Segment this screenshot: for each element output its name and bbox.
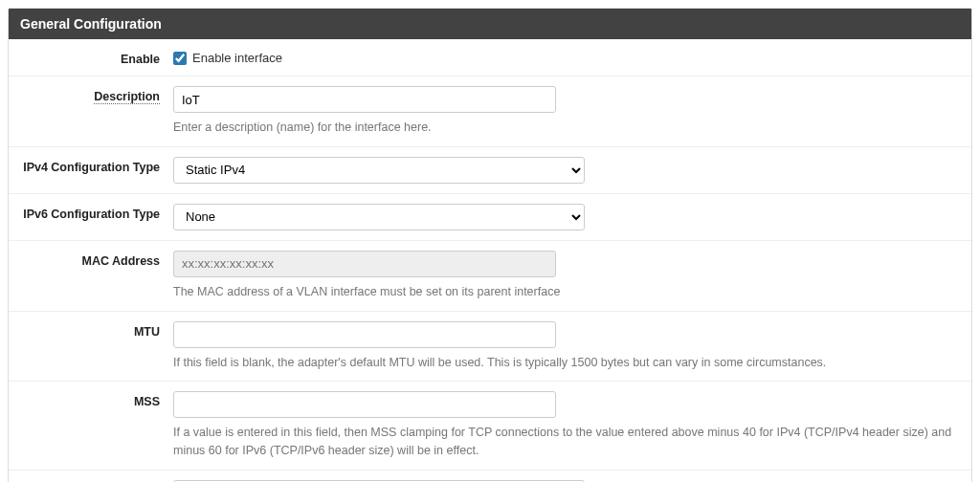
panel-title: General Configuration — [9, 9, 971, 39]
mss-help: If a value is entered in this field, the… — [173, 424, 958, 460]
label-mss: MSS — [9, 391, 173, 460]
label-ipv4type: IPv4 Configuration Type — [9, 157, 173, 184]
row-mss: MSS If a value is entered in this field,… — [9, 382, 971, 471]
ipv4type-select[interactable]: Static IPv4 — [173, 157, 585, 184]
label-enable: Enable — [9, 49, 173, 66]
mtu-help: If this field is blank, the adapter's de… — [173, 354, 958, 372]
label-description: Description — [9, 86, 173, 137]
general-config-panel: General Configuration Enable Enable inte… — [8, 8, 972, 482]
row-ipv6type: IPv6 Configuration Type None — [9, 194, 971, 241]
row-mac: MAC Address The MAC address of a VLAN in… — [9, 241, 971, 312]
mac-help: The MAC address of a VLAN interface must… — [173, 283, 958, 301]
label-mtu: MTU — [9, 321, 173, 372]
enable-checkbox[interactable] — [173, 52, 187, 65]
mac-input — [173, 251, 556, 277]
mss-input[interactable] — [173, 391, 556, 418]
enable-checkbox-wrap[interactable]: Enable interface — [173, 49, 960, 65]
label-ipv6type: IPv6 Configuration Type — [9, 204, 173, 230]
mtu-input[interactable] — [173, 321, 556, 348]
row-enable: Enable Enable interface — [9, 39, 971, 77]
ipv6type-select[interactable]: None — [173, 204, 585, 230]
description-help: Enter a description (name) for the inter… — [173, 119, 958, 137]
row-description: Description Enter a description (name) f… — [9, 77, 971, 147]
row-ipv4type: IPv4 Configuration Type Static IPv4 — [9, 147, 971, 194]
row-mtu: MTU If this field is blank, the adapter'… — [9, 312, 971, 383]
row-speed: Speed and Duplex Default (no preference,… — [9, 471, 971, 482]
description-input[interactable] — [173, 86, 556, 113]
label-mac: MAC Address — [9, 251, 173, 301]
enable-checkbox-label: Enable interface — [192, 51, 282, 65]
